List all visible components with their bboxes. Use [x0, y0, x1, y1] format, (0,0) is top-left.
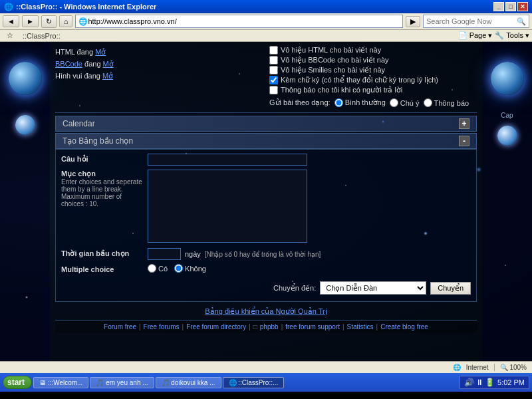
orb-small-decoration [15, 115, 35, 135]
toolbar-icons: 📄 Page ▾ 🔧 Tools ▾ [458, 31, 529, 40]
radio-binh-thuong-input[interactable] [334, 98, 343, 107]
mc-co-label: Có [158, 265, 168, 273]
cap-text: Cap [501, 112, 513, 119]
html-open-link[interactable]: Mở [95, 48, 106, 56]
footer-blog[interactable]: Create blog free [380, 323, 428, 331]
address-input[interactable] [88, 17, 400, 25]
checkbox-group: Vô hiệu HTML cho bài viết này Vô hiệu BB… [269, 46, 477, 94]
go-button[interactable]: ▶ [406, 16, 420, 27]
close-button[interactable]: ✕ [517, 2, 528, 11]
taskbar-item-2-text: em yeu anh ... [106, 379, 148, 386]
radio-chu-y: Chú ý [390, 98, 420, 107]
cb-bbcode[interactable] [269, 56, 278, 65]
status-bar: 🌐 Internet 🔍 100% [0, 361, 532, 373]
poll-collapse-btn[interactable]: - [459, 136, 469, 146]
cb-bbcode-label: Vô hiệu BBCode cho bài viết này [281, 56, 389, 65]
back-button[interactable]: ◄ [3, 15, 19, 27]
orb-decoration [9, 62, 42, 95]
nav-bar: ◄ ► ↻ ⌂ 🌐 ▶ 🔍 [0, 13, 532, 30]
footer-forum-free[interactable]: Forum free [104, 323, 136, 331]
center-panel: HTML đang Mở BBCode đang Mở Hình vui đan… [50, 42, 482, 361]
calendar-expand-btn[interactable]: + [459, 118, 469, 129]
thoi-gian-input[interactable] [148, 248, 181, 260]
internet-zone-icon: 🌐 [453, 364, 461, 371]
taskbar-item-1[interactable]: 🖥 :::Welcom... [33, 377, 88, 388]
taskbar-item-1-label: 🖥 [39, 379, 48, 386]
muc-chon-input-wrap [148, 170, 471, 244]
forward-button[interactable]: ► [22, 15, 39, 27]
radio-chu-y-input[interactable] [390, 98, 398, 107]
status-right: 🌐 Internet 🔍 100% [453, 364, 527, 371]
favorites-icon[interactable]: ☆ [3, 31, 17, 41]
footer-directory[interactable]: Free forum directory [186, 323, 246, 331]
cb-smilies[interactable] [269, 66, 278, 74]
refresh-button[interactable]: ↻ [41, 15, 57, 28]
thoi-gian-input-wrap: ngày [Nhập số 0 hay để trống là vô thời … [148, 248, 471, 260]
hinh-open-link[interactable]: Mở [102, 72, 113, 80]
cb-html[interactable] [269, 46, 278, 55]
footer-stats[interactable]: Statistics [347, 323, 374, 331]
start-button[interactable]: start [3, 376, 32, 389]
cb-notify-label: Thông báo cho tôi khi có người trả lời [281, 86, 402, 94]
tab-label: ::ClassPro:: [19, 31, 65, 41]
taskbar-item-3[interactable]: 🎵 doikovui kka ... [156, 377, 221, 388]
thoi-gian-unit: ngày [185, 250, 201, 258]
status-links: HTML đang Mở BBCode đang Mở Hình vui đan… [55, 46, 263, 82]
bbcode-label-link[interactable]: BBCode [55, 60, 82, 68]
taskbar-item-4-icon: 🌐 [229, 379, 239, 386]
bbcode-open-link[interactable]: Mở [103, 60, 114, 68]
checkbox-row-5: Thông báo cho tôi khi có người trả lời [269, 86, 477, 94]
radio-section: Gửi bài theo dạng: Bình thường Chú ý Thô… [269, 98, 477, 107]
maximize-button[interactable]: □ [505, 2, 516, 11]
muc-chon-textarea[interactable] [148, 170, 307, 243]
radio-thong-bao-label: Thông báo [434, 99, 469, 107]
multiple-choice-input-wrap: Có Không [148, 264, 471, 273]
admin-link-section: Bảng điều khiển của Người Quản Trị [55, 307, 477, 316]
top-section: HTML đang Mở BBCode đang Mở Hình vui đan… [55, 46, 477, 110]
cau-hoi-input[interactable] [148, 154, 307, 166]
poll-section-header[interactable]: Tạo Bảng bầu chọn - [55, 133, 477, 149]
footer-support[interactable]: free forum support [285, 323, 340, 331]
address-icon: 🌐 [78, 17, 88, 26]
taskbar-item-2-icon: 🎵 [96, 379, 106, 386]
footer-sep4: | [281, 323, 283, 331]
main-content: HTML đang Mở BBCode đang Mở Hình vui đan… [0, 42, 532, 361]
address-bar[interactable]: 🌐 [75, 15, 403, 28]
radio-chu-y-label: Chú ý [400, 99, 420, 107]
calendar-section-header[interactable]: Calendar + [55, 116, 477, 132]
taskbar-item-2[interactable]: 🎵 em yeu anh ... [90, 377, 154, 388]
admin-link[interactable]: Bảng điều khiển của Người Quản Trị [205, 307, 327, 315]
radio-thong-bao-input[interactable] [424, 98, 432, 107]
tools-menu[interactable]: 🔧 Tools ▾ [495, 31, 529, 40]
footer-free-forums[interactable]: Free forums [144, 323, 180, 331]
cb-smilies-label: Vô hiệu Smilies cho bài viết này [281, 66, 385, 74]
hinh-status-label: Hình vui đang [55, 72, 102, 80]
thoi-gian-row: Thời gian bầu chọn ngày [Nhập số 0 hay đ… [61, 248, 471, 260]
home-button[interactable]: ⌂ [59, 15, 73, 27]
forward-select[interactable]: Chọn Diễn Đàn [320, 281, 426, 295]
send-format-label: Gửi bài theo dạng: [269, 98, 331, 107]
footer-sep6: | [376, 323, 378, 331]
minimize-button[interactable]: _ [493, 2, 504, 11]
forward-button[interactable]: Chuyển [430, 282, 471, 295]
page-menu[interactable]: 📄 Page ▾ [458, 31, 493, 40]
tray-icon-2: ⏸ [475, 378, 483, 387]
search-bar[interactable]: 🔍 [423, 15, 529, 28]
search-input[interactable] [426, 17, 517, 25]
cau-hoi-row: Câu hỏi [61, 154, 471, 166]
ie-logo-icon: 🌐 [4, 3, 13, 11]
footer-sep3: | [249, 323, 251, 331]
mc-khong-radio[interactable] [174, 264, 183, 273]
taskbar-item-4[interactable]: 🌐 ::ClassPro::... [223, 377, 285, 388]
checkbox-row-4: Kèm chữ ký (có thể thay đổi chữ ký trong… [269, 76, 477, 84]
search-icon[interactable]: 🔍 [517, 17, 526, 26]
forward-row: Chuyển đến: Chọn Diễn Đàn Chuyển [61, 279, 471, 297]
cau-hoi-input-wrap [148, 154, 471, 166]
clock-display: 5:02 PM [497, 378, 525, 386]
cb-signature[interactable] [269, 76, 278, 84]
footer-phpbb[interactable]: phpbb [260, 323, 279, 331]
muc-chon-row: Mục chọn Enter choices and seperate them… [61, 170, 471, 244]
cb-notify[interactable] [269, 86, 278, 94]
browser-window: 🌐 ::ClassPro:: - Windows Internet Explor… [0, 0, 532, 42]
mc-co-radio[interactable] [148, 264, 156, 273]
